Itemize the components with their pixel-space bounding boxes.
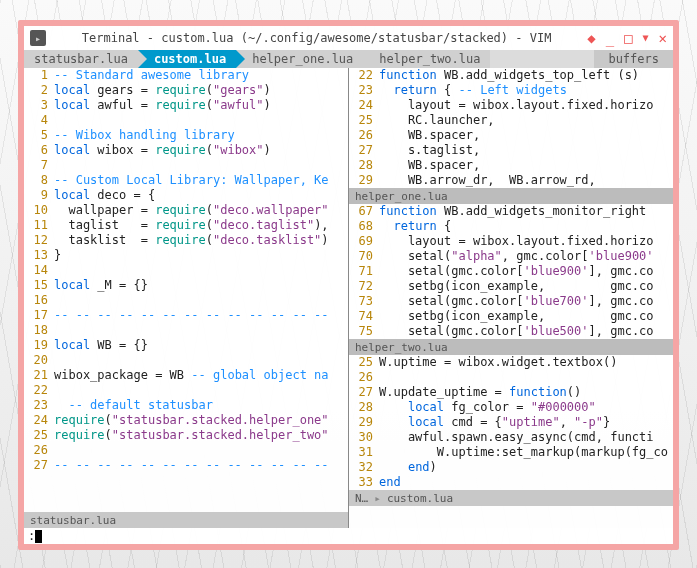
code-line[interactable]: 27 s.taglist, xyxy=(349,143,673,158)
code-line[interactable]: 70 setal("alpha", gmc.color['blue900' xyxy=(349,249,673,264)
code-line[interactable]: 22 xyxy=(24,383,348,398)
tab-buffers-label[interactable]: buffers xyxy=(594,50,673,68)
code-line[interactable]: 17-- -- -- -- -- -- -- -- -- -- -- -- -- xyxy=(24,308,348,323)
right-statusline: N…▸custom.lua xyxy=(349,490,673,506)
pane-header: helper_one.lua xyxy=(349,188,673,204)
code-line[interactable]: 25W.uptime = wibox.widget.textbox() xyxy=(349,355,673,370)
code-line[interactable]: 24require("statusbar.stacked.helper_one" xyxy=(24,413,348,428)
window-controls: ◆ _ □ ▼ ✕ xyxy=(587,31,667,45)
status-mode: N… xyxy=(355,491,368,506)
code-line[interactable]: 5-- Wibox handling library xyxy=(24,128,348,143)
terminal-window: ▸ Terminal - custom.lua (~/.config/aweso… xyxy=(18,20,679,550)
code-line[interactable]: 75 setal(gmc.color['blue500'], gmc.co xyxy=(349,324,673,339)
window-title: Terminal - custom.lua (~/.config/awesome… xyxy=(52,31,581,45)
code-line[interactable]: 27-- -- -- -- -- -- -- -- -- -- -- -- -- xyxy=(24,458,348,473)
code-line[interactable]: 74 setbg(icon_example, gmc.co xyxy=(349,309,673,324)
code-line[interactable]: 69 layout = wibox.layout.fixed.horizo xyxy=(349,234,673,249)
cmd-prompt: : xyxy=(28,529,35,543)
code-line[interactable]: 20 xyxy=(24,353,348,368)
right-code-block[interactable]: 25W.uptime = wibox.widget.textbox()2627W… xyxy=(349,355,673,490)
code-line[interactable]: 28 WB.spacer, xyxy=(349,158,673,173)
code-line[interactable]: 15local _M = {} xyxy=(24,278,348,293)
pane-header: helper_two.lua xyxy=(349,339,673,355)
left-status-file: statusbar.lua xyxy=(30,513,116,528)
tab-helper-two[interactable]: helper_two.lua xyxy=(363,50,490,68)
code-line[interactable]: 29 local cmd = {"uptime", "-p"} xyxy=(349,415,673,430)
code-line[interactable]: 26 xyxy=(349,370,673,385)
code-line[interactable]: 73 setal(gmc.color['blue700'], gmc.co xyxy=(349,294,673,309)
tab-custom[interactable]: custom.lua xyxy=(138,50,236,68)
code-line[interactable]: 6local wibox = require("wibox") xyxy=(24,143,348,158)
code-line[interactable]: 32 end) xyxy=(349,460,673,475)
command-line[interactable]: : xyxy=(24,528,673,544)
code-line[interactable]: 19local WB = {} xyxy=(24,338,348,353)
code-line[interactable]: 8-- Custom Local Library: Wallpaper, Ke xyxy=(24,173,348,188)
tab-helper-one[interactable]: helper_one.lua xyxy=(236,50,363,68)
code-line[interactable]: 14 xyxy=(24,263,348,278)
code-line[interactable]: 11 taglist = require("deco.taglist"), xyxy=(24,218,348,233)
code-line[interactable]: 27W.update_uptime = function() xyxy=(349,385,673,400)
code-line[interactable]: 68 return { xyxy=(349,219,673,234)
cursor xyxy=(35,530,42,543)
code-line[interactable]: 33end xyxy=(349,475,673,490)
code-line[interactable]: 13} xyxy=(24,248,348,263)
code-line[interactable]: 9local deco = { xyxy=(24,188,348,203)
status-file: custom.lua xyxy=(387,491,453,506)
code-line[interactable]: 28 local fg_color = "#000000" xyxy=(349,400,673,415)
editor-area: 1-- Standard awesome library2local gears… xyxy=(24,68,673,528)
code-line[interactable]: 22function WB.add_widgets_top_left (s) xyxy=(349,68,673,83)
code-line[interactable]: 12 tasklist = require("deco.tasklist") xyxy=(24,233,348,248)
buffer-tabbar: statusbar.lua custom.lua helper_one.lua … xyxy=(24,50,673,68)
dropdown-icon[interactable]: ▼ xyxy=(643,33,649,43)
code-line[interactable]: 31 W.uptime:set_markup(markup(fg_co xyxy=(349,445,673,460)
left-pane[interactable]: 1-- Standard awesome library2local gears… xyxy=(24,68,349,528)
code-line[interactable]: 2local gears = require("gears") xyxy=(24,83,348,98)
code-line[interactable]: 1-- Standard awesome library xyxy=(24,68,348,83)
code-line[interactable]: 16 xyxy=(24,293,348,308)
close-icon[interactable]: ✕ xyxy=(659,31,667,45)
code-line[interactable]: 26 WB.spacer, xyxy=(349,128,673,143)
right-pane[interactable]: 22function WB.add_widgets_top_left (s)23… xyxy=(349,68,673,528)
code-line[interactable]: 72 setbg(icon_example, gmc.co xyxy=(349,279,673,294)
code-line[interactable]: 10 wallpaper = require("deco.wallpaper" xyxy=(24,203,348,218)
menu-icon[interactable]: ▸ xyxy=(30,30,46,46)
code-line[interactable]: 18 xyxy=(24,323,348,338)
code-line[interactable]: 3local awful = require("awful") xyxy=(24,98,348,113)
code-line[interactable]: 4 xyxy=(24,113,348,128)
code-line[interactable]: 21wibox_package = WB -- global object na xyxy=(24,368,348,383)
tab-statusbar[interactable]: statusbar.lua xyxy=(24,50,138,68)
minimize-icon[interactable]: _ xyxy=(606,31,614,45)
code-line[interactable]: 67function WB.add_widgets_monitor_right xyxy=(349,204,673,219)
left-code[interactable]: 1-- Standard awesome library2local gears… xyxy=(24,68,348,512)
code-line[interactable]: 7 xyxy=(24,158,348,173)
chevron-right-icon: ▸ xyxy=(374,491,381,506)
code-line[interactable]: 23 return { -- Left widgets xyxy=(349,83,673,98)
code-line[interactable]: 71 setal(gmc.color['blue900'], gmc.co xyxy=(349,264,673,279)
code-line[interactable]: 30 awful.spawn.easy_async(cmd, functi xyxy=(349,430,673,445)
code-line[interactable]: 29 WB.arrow_dr, WB.arrow_rd, xyxy=(349,173,673,188)
left-statusline: statusbar.lua xyxy=(24,512,348,528)
code-line[interactable]: 26 xyxy=(24,443,348,458)
right-code-block[interactable]: 67function WB.add_widgets_monitor_right6… xyxy=(349,204,673,339)
right-code-block[interactable]: 22function WB.add_widgets_top_left (s)23… xyxy=(349,68,673,188)
titlebar: ▸ Terminal - custom.lua (~/.config/aweso… xyxy=(24,26,673,50)
code-line[interactable]: 25 RC.launcher, xyxy=(349,113,673,128)
code-line[interactable]: 24 layout = wibox.layout.fixed.horizo xyxy=(349,98,673,113)
pin-icon[interactable]: ◆ xyxy=(587,31,595,45)
code-line[interactable]: 25require("statusbar.stacked.helper_two" xyxy=(24,428,348,443)
code-line[interactable]: 23 -- default statusbar xyxy=(24,398,348,413)
maximize-icon[interactable]: □ xyxy=(624,31,632,45)
